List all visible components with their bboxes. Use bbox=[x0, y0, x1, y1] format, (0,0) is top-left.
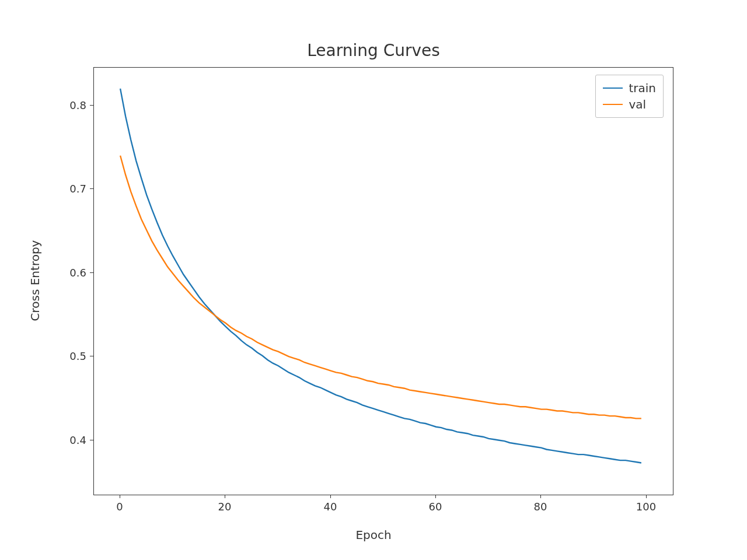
legend-entry-train: train bbox=[603, 80, 656, 96]
legend-label-val: val bbox=[629, 97, 646, 111]
x-tick-mark bbox=[540, 495, 541, 498]
x-tick-label: 40 bbox=[324, 501, 337, 513]
y-tick-mark bbox=[90, 105, 93, 106]
y-axis-label: Cross Entropy bbox=[28, 240, 42, 321]
line-train bbox=[120, 89, 641, 463]
figure: Learning Curves Cross Entropy Epoch trai… bbox=[0, 0, 747, 560]
y-tick-mark bbox=[90, 440, 93, 440]
line-val bbox=[120, 156, 641, 419]
x-tick-label: 80 bbox=[534, 501, 547, 513]
y-tick-mark bbox=[90, 272, 93, 273]
x-tick-mark bbox=[646, 495, 647, 498]
x-tick-mark bbox=[225, 495, 225, 498]
y-tick-label: 0.4 bbox=[51, 434, 86, 446]
y-tick-label: 0.7 bbox=[51, 183, 86, 195]
x-tick-label: 20 bbox=[218, 501, 232, 513]
x-tick-label: 60 bbox=[429, 501, 442, 513]
y-tick-label: 0.6 bbox=[51, 267, 86, 279]
x-tick-label: 100 bbox=[636, 501, 656, 513]
y-tick-label: 0.5 bbox=[51, 350, 86, 362]
plot-svg bbox=[94, 68, 673, 495]
y-tick-label: 0.8 bbox=[51, 99, 86, 111]
x-tick-mark bbox=[435, 495, 436, 498]
plot-area: train val bbox=[93, 67, 673, 495]
y-tick-mark bbox=[90, 356, 93, 356]
y-tick-mark bbox=[90, 188, 93, 189]
legend-label-train: train bbox=[629, 81, 656, 95]
x-tick-mark bbox=[120, 495, 120, 498]
chart-title: Learning Curves bbox=[0, 41, 747, 60]
x-axis-label: Epoch bbox=[0, 528, 747, 542]
x-tick-mark bbox=[330, 495, 331, 498]
legend: train val bbox=[595, 75, 664, 118]
legend-swatch-train bbox=[603, 88, 623, 89]
x-tick-label: 0 bbox=[116, 501, 123, 513]
legend-swatch-val bbox=[603, 104, 623, 105]
legend-entry-val: val bbox=[603, 96, 656, 113]
